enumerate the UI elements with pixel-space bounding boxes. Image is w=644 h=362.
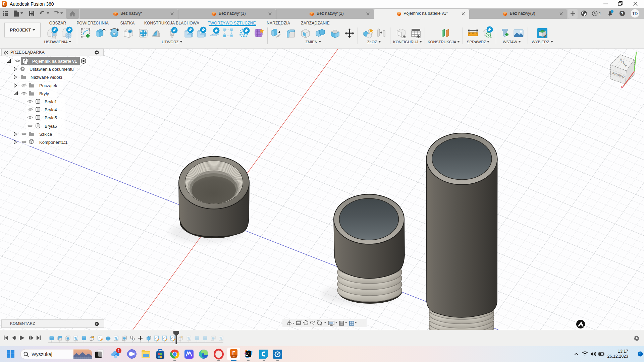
svg-text:5: 5 bbox=[639, 352, 641, 356]
svg-text:TD: TD bbox=[632, 11, 638, 16]
svg-text:Wyszukaj: Wyszukaj bbox=[32, 352, 52, 357]
svg-text:360: 360 bbox=[232, 356, 235, 358]
svg-text:1: 1 bbox=[118, 349, 120, 353]
svg-text:F: F bbox=[232, 350, 235, 356]
svg-text:F: F bbox=[3, 2, 5, 6]
svg-text:26.12.2023: 26.12.2023 bbox=[607, 354, 628, 359]
svg-text:13:17: 13:17 bbox=[618, 349, 628, 354]
svg-text:IJ: IJ bbox=[247, 352, 249, 355]
svg-text:1: 1 bbox=[599, 11, 601, 16]
svg-text:360: 360 bbox=[3, 5, 5, 7]
svg-text:?: ? bbox=[621, 11, 623, 16]
svg-text:x: x bbox=[621, 84, 623, 88]
